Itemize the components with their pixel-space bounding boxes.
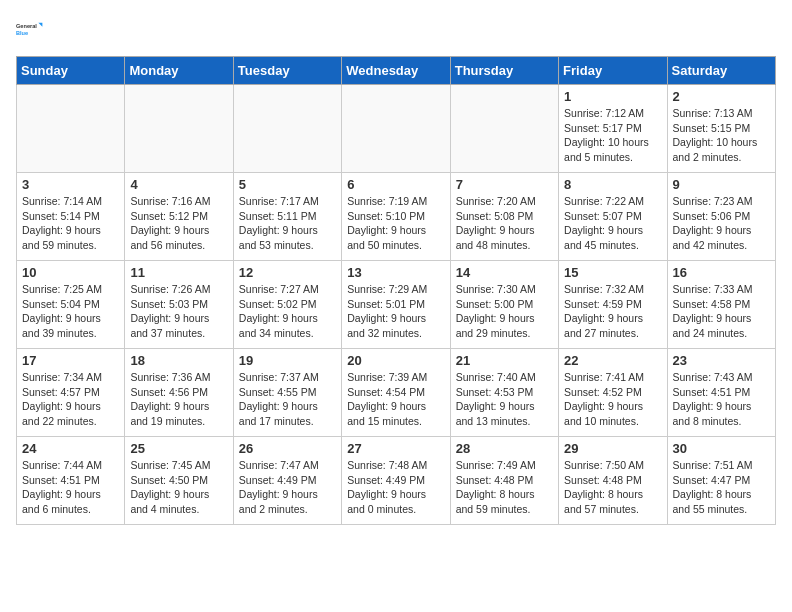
day-number: 26 [239,441,336,456]
day-info: Sunrise: 7:23 AM Sunset: 5:06 PM Dayligh… [673,194,770,253]
day-number: 28 [456,441,553,456]
calendar-cell [450,85,558,173]
day-number: 14 [456,265,553,280]
calendar-cell: 9Sunrise: 7:23 AM Sunset: 5:06 PM Daylig… [667,173,775,261]
calendar-cell: 16Sunrise: 7:33 AM Sunset: 4:58 PM Dayli… [667,261,775,349]
day-info: Sunrise: 7:12 AM Sunset: 5:17 PM Dayligh… [564,106,661,165]
day-number: 7 [456,177,553,192]
day-number: 1 [564,89,661,104]
day-info: Sunrise: 7:44 AM Sunset: 4:51 PM Dayligh… [22,458,119,517]
weekday-header-monday: Monday [125,57,233,85]
day-number: 29 [564,441,661,456]
calendar-cell: 7Sunrise: 7:20 AM Sunset: 5:08 PM Daylig… [450,173,558,261]
day-number: 30 [673,441,770,456]
day-number: 6 [347,177,444,192]
calendar-cell: 19Sunrise: 7:37 AM Sunset: 4:55 PM Dayli… [233,349,341,437]
calendar-cell: 21Sunrise: 7:40 AM Sunset: 4:53 PM Dayli… [450,349,558,437]
day-number: 3 [22,177,119,192]
calendar-body: 1Sunrise: 7:12 AM Sunset: 5:17 PM Daylig… [17,85,776,525]
day-info: Sunrise: 7:51 AM Sunset: 4:47 PM Dayligh… [673,458,770,517]
week-row-2: 3Sunrise: 7:14 AM Sunset: 5:14 PM Daylig… [17,173,776,261]
svg-marker-2 [38,23,42,27]
day-number: 21 [456,353,553,368]
day-number: 10 [22,265,119,280]
calendar-cell: 17Sunrise: 7:34 AM Sunset: 4:57 PM Dayli… [17,349,125,437]
day-number: 13 [347,265,444,280]
weekday-header-tuesday: Tuesday [233,57,341,85]
calendar-cell: 27Sunrise: 7:48 AM Sunset: 4:49 PM Dayli… [342,437,450,525]
day-info: Sunrise: 7:40 AM Sunset: 4:53 PM Dayligh… [456,370,553,429]
day-info: Sunrise: 7:14 AM Sunset: 5:14 PM Dayligh… [22,194,119,253]
calendar-cell [342,85,450,173]
weekday-header-thursday: Thursday [450,57,558,85]
day-number: 2 [673,89,770,104]
calendar-cell: 15Sunrise: 7:32 AM Sunset: 4:59 PM Dayli… [559,261,667,349]
calendar-cell: 29Sunrise: 7:50 AM Sunset: 4:48 PM Dayli… [559,437,667,525]
calendar-cell: 3Sunrise: 7:14 AM Sunset: 5:14 PM Daylig… [17,173,125,261]
day-number: 9 [673,177,770,192]
day-number: 27 [347,441,444,456]
weekday-header-friday: Friday [559,57,667,85]
day-number: 5 [239,177,336,192]
day-number: 25 [130,441,227,456]
calendar-table: SundayMondayTuesdayWednesdayThursdayFrid… [16,56,776,525]
calendar-cell: 14Sunrise: 7:30 AM Sunset: 5:00 PM Dayli… [450,261,558,349]
logo-icon: GeneralBlue [16,16,44,44]
day-number: 8 [564,177,661,192]
day-number: 22 [564,353,661,368]
calendar-cell: 25Sunrise: 7:45 AM Sunset: 4:50 PM Dayli… [125,437,233,525]
calendar-cell: 5Sunrise: 7:17 AM Sunset: 5:11 PM Daylig… [233,173,341,261]
calendar-cell: 8Sunrise: 7:22 AM Sunset: 5:07 PM Daylig… [559,173,667,261]
day-info: Sunrise: 7:30 AM Sunset: 5:00 PM Dayligh… [456,282,553,341]
calendar-cell [17,85,125,173]
day-info: Sunrise: 7:36 AM Sunset: 4:56 PM Dayligh… [130,370,227,429]
day-info: Sunrise: 7:39 AM Sunset: 4:54 PM Dayligh… [347,370,444,429]
day-number: 11 [130,265,227,280]
day-number: 4 [130,177,227,192]
week-row-1: 1Sunrise: 7:12 AM Sunset: 5:17 PM Daylig… [17,85,776,173]
day-number: 16 [673,265,770,280]
calendar-cell: 11Sunrise: 7:26 AM Sunset: 5:03 PM Dayli… [125,261,233,349]
day-info: Sunrise: 7:16 AM Sunset: 5:12 PM Dayligh… [130,194,227,253]
calendar-cell: 22Sunrise: 7:41 AM Sunset: 4:52 PM Dayli… [559,349,667,437]
day-info: Sunrise: 7:19 AM Sunset: 5:10 PM Dayligh… [347,194,444,253]
header: GeneralBlue [16,16,776,44]
day-info: Sunrise: 7:32 AM Sunset: 4:59 PM Dayligh… [564,282,661,341]
day-number: 15 [564,265,661,280]
day-info: Sunrise: 7:48 AM Sunset: 4:49 PM Dayligh… [347,458,444,517]
day-info: Sunrise: 7:34 AM Sunset: 4:57 PM Dayligh… [22,370,119,429]
calendar-cell [125,85,233,173]
calendar-cell: 2Sunrise: 7:13 AM Sunset: 5:15 PM Daylig… [667,85,775,173]
day-info: Sunrise: 7:29 AM Sunset: 5:01 PM Dayligh… [347,282,444,341]
svg-text:Blue: Blue [16,30,28,36]
day-info: Sunrise: 7:13 AM Sunset: 5:15 PM Dayligh… [673,106,770,165]
calendar-cell: 10Sunrise: 7:25 AM Sunset: 5:04 PM Dayli… [17,261,125,349]
week-row-5: 24Sunrise: 7:44 AM Sunset: 4:51 PM Dayli… [17,437,776,525]
calendar-cell: 28Sunrise: 7:49 AM Sunset: 4:48 PM Dayli… [450,437,558,525]
weekday-header-row: SundayMondayTuesdayWednesdayThursdayFrid… [17,57,776,85]
day-info: Sunrise: 7:27 AM Sunset: 5:02 PM Dayligh… [239,282,336,341]
day-info: Sunrise: 7:37 AM Sunset: 4:55 PM Dayligh… [239,370,336,429]
day-info: Sunrise: 7:26 AM Sunset: 5:03 PM Dayligh… [130,282,227,341]
day-info: Sunrise: 7:49 AM Sunset: 4:48 PM Dayligh… [456,458,553,517]
day-number: 12 [239,265,336,280]
day-info: Sunrise: 7:43 AM Sunset: 4:51 PM Dayligh… [673,370,770,429]
calendar-cell: 6Sunrise: 7:19 AM Sunset: 5:10 PM Daylig… [342,173,450,261]
calendar-cell: 20Sunrise: 7:39 AM Sunset: 4:54 PM Dayli… [342,349,450,437]
calendar-header: SundayMondayTuesdayWednesdayThursdayFrid… [17,57,776,85]
day-info: Sunrise: 7:20 AM Sunset: 5:08 PM Dayligh… [456,194,553,253]
day-number: 23 [673,353,770,368]
day-info: Sunrise: 7:25 AM Sunset: 5:04 PM Dayligh… [22,282,119,341]
calendar-cell: 24Sunrise: 7:44 AM Sunset: 4:51 PM Dayli… [17,437,125,525]
calendar-cell: 26Sunrise: 7:47 AM Sunset: 4:49 PM Dayli… [233,437,341,525]
calendar-cell [233,85,341,173]
logo: GeneralBlue [16,16,44,44]
day-info: Sunrise: 7:33 AM Sunset: 4:58 PM Dayligh… [673,282,770,341]
weekday-header-saturday: Saturday [667,57,775,85]
calendar-cell: 30Sunrise: 7:51 AM Sunset: 4:47 PM Dayli… [667,437,775,525]
day-info: Sunrise: 7:22 AM Sunset: 5:07 PM Dayligh… [564,194,661,253]
calendar-cell: 13Sunrise: 7:29 AM Sunset: 5:01 PM Dayli… [342,261,450,349]
weekday-header-wednesday: Wednesday [342,57,450,85]
day-number: 18 [130,353,227,368]
day-number: 24 [22,441,119,456]
